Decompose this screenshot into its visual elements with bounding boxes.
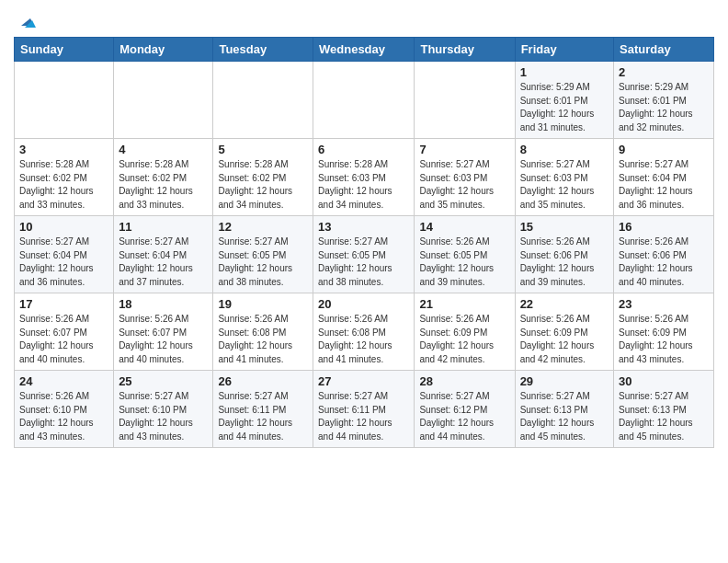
day-cell: 10Sunrise: 5:27 AM Sunset: 6:04 PM Dayli… <box>15 216 114 293</box>
day-info: Sunrise: 5:26 AM Sunset: 6:07 PM Dayligh… <box>119 314 193 364</box>
day-info: Sunrise: 5:28 AM Sunset: 6:02 PM Dayligh… <box>218 159 292 210</box>
day-number: 19 <box>218 297 308 311</box>
day-info: Sunrise: 5:27 AM Sunset: 6:05 PM Dayligh… <box>218 236 292 287</box>
col-header-saturday: Saturday <box>614 38 714 62</box>
logo <box>14 9 36 31</box>
col-header-wednesday: Wednesday <box>313 38 415 62</box>
day-info: Sunrise: 5:26 AM Sunset: 6:06 PM Dayligh… <box>520 236 595 287</box>
day-number: 3 <box>19 143 108 156</box>
day-number: 27 <box>318 374 409 388</box>
day-number: 15 <box>520 220 609 234</box>
day-cell <box>415 62 515 139</box>
day-info: Sunrise: 5:27 AM Sunset: 6:04 PM Dayligh… <box>19 236 94 287</box>
day-cell: 24Sunrise: 5:26 AM Sunset: 6:10 PM Dayli… <box>15 371 114 448</box>
day-number: 18 <box>119 297 208 311</box>
day-info: Sunrise: 5:27 AM Sunset: 6:13 PM Dayligh… <box>520 391 595 442</box>
day-cell: 19Sunrise: 5:26 AM Sunset: 6:08 PM Dayli… <box>213 293 313 371</box>
day-cell: 17Sunrise: 5:26 AM Sunset: 6:07 PM Dayli… <box>15 293 114 371</box>
day-cell: 28Sunrise: 5:27 AM Sunset: 6:12 PM Dayli… <box>415 371 515 448</box>
day-number: 13 <box>318 220 409 234</box>
day-number: 25 <box>119 374 208 388</box>
day-cell: 18Sunrise: 5:26 AM Sunset: 6:07 PM Dayli… <box>114 293 213 371</box>
week-row-4: 17Sunrise: 5:26 AM Sunset: 6:07 PM Dayli… <box>15 293 714 371</box>
day-cell: 2Sunrise: 5:29 AM Sunset: 6:01 PM Daylig… <box>614 62 714 139</box>
day-info: Sunrise: 5:28 AM Sunset: 6:02 PM Dayligh… <box>19 159 94 210</box>
day-number: 17 <box>19 297 108 311</box>
page: SundayMondayTuesdayWednesdayThursdayFrid… <box>0 0 728 462</box>
day-number: 6 <box>318 143 409 156</box>
day-info: Sunrise: 5:29 AM Sunset: 6:01 PM Dayligh… <box>520 82 595 132</box>
day-info: Sunrise: 5:27 AM Sunset: 6:03 PM Dayligh… <box>520 159 595 210</box>
day-info: Sunrise: 5:26 AM Sunset: 6:09 PM Dayligh… <box>520 314 595 364</box>
day-number: 26 <box>218 374 308 388</box>
day-info: Sunrise: 5:26 AM Sunset: 6:10 PM Dayligh… <box>19 391 94 442</box>
day-info: Sunrise: 5:27 AM Sunset: 6:05 PM Dayligh… <box>318 236 392 287</box>
day-cell: 23Sunrise: 5:26 AM Sunset: 6:09 PM Dayli… <box>614 293 714 371</box>
day-info: Sunrise: 5:27 AM Sunset: 6:12 PM Dayligh… <box>419 391 494 442</box>
week-row-2: 3Sunrise: 5:28 AM Sunset: 6:02 PM Daylig… <box>15 139 714 216</box>
day-cell: 9Sunrise: 5:27 AM Sunset: 6:04 PM Daylig… <box>614 139 714 216</box>
col-header-monday: Monday <box>114 38 213 62</box>
day-cell: 11Sunrise: 5:27 AM Sunset: 6:04 PM Dayli… <box>114 216 213 293</box>
day-info: Sunrise: 5:28 AM Sunset: 6:03 PM Dayligh… <box>318 159 392 210</box>
day-number: 8 <box>520 143 609 156</box>
calendar-header-row: SundayMondayTuesdayWednesdayThursdayFrid… <box>15 38 714 62</box>
day-cell: 4Sunrise: 5:28 AM Sunset: 6:02 PM Daylig… <box>114 139 213 216</box>
day-number: 10 <box>19 220 108 234</box>
day-info: Sunrise: 5:26 AM Sunset: 6:08 PM Dayligh… <box>318 314 392 364</box>
day-cell: 30Sunrise: 5:27 AM Sunset: 6:13 PM Dayli… <box>614 371 714 448</box>
day-cell <box>213 62 313 139</box>
day-cell: 16Sunrise: 5:26 AM Sunset: 6:06 PM Dayli… <box>614 216 714 293</box>
week-row-5: 24Sunrise: 5:26 AM Sunset: 6:10 PM Dayli… <box>15 371 714 448</box>
day-number: 5 <box>218 143 308 156</box>
day-info: Sunrise: 5:26 AM Sunset: 6:05 PM Dayligh… <box>419 236 494 287</box>
day-cell <box>313 62 415 139</box>
day-cell: 5Sunrise: 5:28 AM Sunset: 6:02 PM Daylig… <box>213 139 313 216</box>
header <box>14 9 714 31</box>
day-number: 2 <box>619 65 709 79</box>
day-info: Sunrise: 5:26 AM Sunset: 6:08 PM Dayligh… <box>218 314 292 364</box>
day-number: 29 <box>520 374 609 388</box>
day-info: Sunrise: 5:29 AM Sunset: 6:01 PM Dayligh… <box>619 82 693 132</box>
day-cell: 25Sunrise: 5:27 AM Sunset: 6:10 PM Dayli… <box>114 371 213 448</box>
day-info: Sunrise: 5:27 AM Sunset: 6:04 PM Dayligh… <box>619 159 693 210</box>
day-cell: 1Sunrise: 5:29 AM Sunset: 6:01 PM Daylig… <box>515 62 613 139</box>
col-header-thursday: Thursday <box>415 38 515 62</box>
day-number: 9 <box>619 143 709 156</box>
day-cell: 13Sunrise: 5:27 AM Sunset: 6:05 PM Dayli… <box>313 216 415 293</box>
week-row-3: 10Sunrise: 5:27 AM Sunset: 6:04 PM Dayli… <box>15 216 714 293</box>
day-cell: 20Sunrise: 5:26 AM Sunset: 6:08 PM Dayli… <box>313 293 415 371</box>
day-cell: 6Sunrise: 5:28 AM Sunset: 6:03 PM Daylig… <box>313 139 415 216</box>
day-number: 20 <box>318 297 409 311</box>
day-info: Sunrise: 5:27 AM Sunset: 6:13 PM Dayligh… <box>619 391 693 442</box>
day-number: 22 <box>520 297 609 311</box>
week-row-1: 1Sunrise: 5:29 AM Sunset: 6:01 PM Daylig… <box>15 62 714 139</box>
day-info: Sunrise: 5:27 AM Sunset: 6:03 PM Dayligh… <box>419 159 494 210</box>
day-cell: 22Sunrise: 5:26 AM Sunset: 6:09 PM Dayli… <box>515 293 613 371</box>
day-cell: 15Sunrise: 5:26 AM Sunset: 6:06 PM Dayli… <box>515 216 613 293</box>
logo-icon <box>16 11 36 31</box>
day-cell: 21Sunrise: 5:26 AM Sunset: 6:09 PM Dayli… <box>415 293 515 371</box>
day-info: Sunrise: 5:27 AM Sunset: 6:10 PM Dayligh… <box>119 391 193 442</box>
day-info: Sunrise: 5:27 AM Sunset: 6:11 PM Dayligh… <box>318 391 392 442</box>
day-info: Sunrise: 5:26 AM Sunset: 6:09 PM Dayligh… <box>419 314 494 364</box>
day-cell <box>114 62 213 139</box>
day-cell: 26Sunrise: 5:27 AM Sunset: 6:11 PM Dayli… <box>213 371 313 448</box>
day-cell: 8Sunrise: 5:27 AM Sunset: 6:03 PM Daylig… <box>515 139 613 216</box>
day-number: 23 <box>619 297 709 311</box>
day-number: 7 <box>419 143 509 156</box>
day-info: Sunrise: 5:26 AM Sunset: 6:06 PM Dayligh… <box>619 236 693 287</box>
day-number: 1 <box>520 65 609 79</box>
calendar-table: SundayMondayTuesdayWednesdayThursdayFrid… <box>14 37 714 448</box>
day-cell: 27Sunrise: 5:27 AM Sunset: 6:11 PM Dayli… <box>313 371 415 448</box>
col-header-friday: Friday <box>515 38 613 62</box>
day-number: 21 <box>419 297 509 311</box>
day-cell: 3Sunrise: 5:28 AM Sunset: 6:02 PM Daylig… <box>15 139 114 216</box>
day-info: Sunrise: 5:26 AM Sunset: 6:09 PM Dayligh… <box>619 314 693 364</box>
day-number: 11 <box>119 220 208 234</box>
day-number: 16 <box>619 220 709 234</box>
day-number: 4 <box>119 143 208 156</box>
day-number: 24 <box>19 374 108 388</box>
day-info: Sunrise: 5:27 AM Sunset: 6:11 PM Dayligh… <box>218 391 292 442</box>
col-header-sunday: Sunday <box>15 38 114 62</box>
